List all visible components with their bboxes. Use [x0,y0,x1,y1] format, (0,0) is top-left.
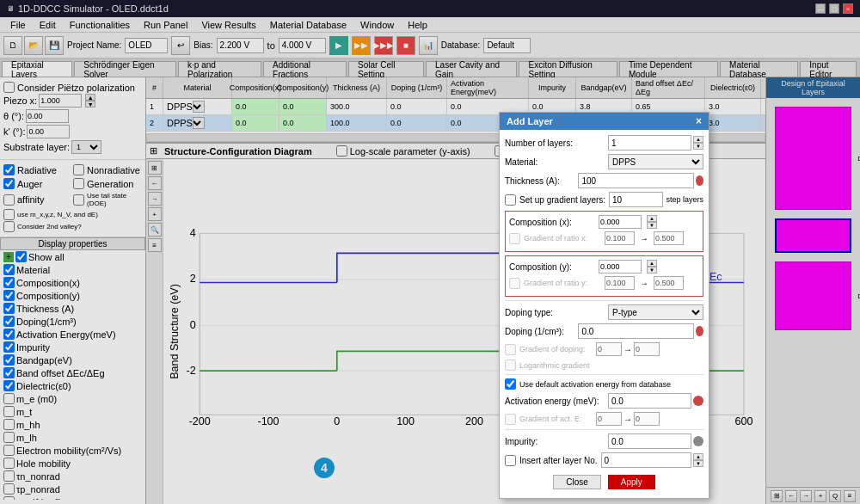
log-gradient-check[interactable] [505,360,516,371]
gradient-y-row: Gradient of ratio y: → [509,276,699,290]
num-layers-row: Number of layers: ▲ ▼ [505,135,703,151]
insert-after-down[interactable]: ▼ [693,460,703,467]
gradient-doping-from[interactable] [596,342,622,356]
gradient-layers-label: Set up gradient layers: [519,195,605,205]
material-row: Material: DPPS [505,154,703,169]
insert-after-input[interactable] [601,452,691,468]
compx-down[interactable]: ▼ [647,222,657,229]
gradient-doping-row: Gradient of doping: → [505,342,703,356]
gradient-layers-row: Set up gradient layers: step layers [505,192,703,207]
step-layers-label: step layers [666,195,703,204]
gradient-act-from[interactable] [596,412,622,426]
gradient-x-to[interactable] [654,231,684,245]
gradient-doping-to[interactable] [634,342,660,356]
doping-label: Doping (1/cm³): [505,327,578,336]
modal-title: Add Layer [507,116,553,126]
gradient-y-label: Gradient of ratio y: [524,279,601,287]
compx-up[interactable]: ▲ [647,215,657,222]
act-energy-input[interactable] [608,393,691,409]
log-gradient-row: Logarithmic gradient [505,360,703,371]
gradient-doping-label: Gradient of doping: [519,345,593,353]
modal-header: Add Layer × [500,113,709,130]
gradient-act-row: Gradient of act. E: → [505,412,703,426]
divider-2 [505,374,703,375]
gradient-x-arrow: → [640,234,648,243]
gradient-act-label: Gradient of act. E: [519,415,593,423]
compy-down[interactable]: ▼ [647,267,657,274]
use-default-row: Use default activation energy from datab… [505,378,703,390]
numlayers-up[interactable]: ▲ [693,136,703,143]
act-energy-row: Activation energy (meV): [505,393,703,409]
modal-footer: Close Apply [505,471,703,493]
gradient-steps-input[interactable] [609,192,663,207]
compy-label: Composition (y): [509,262,595,272]
impurity-input[interactable] [608,433,691,449]
doping-type-select[interactable]: P-type N-type Intrinsic [608,304,703,320]
modal-body: Number of layers: ▲ ▼ Material: DPPS Th [500,130,709,498]
apply-button[interactable]: Apply [608,475,655,489]
insert-after-check[interactable] [505,455,516,466]
gradient-doping-arrow: → [624,345,632,354]
num-layers-label: Number of layers: [505,138,608,148]
close-button[interactable]: Close [553,475,601,489]
doping-type-label: Doping type: [505,308,608,317]
gradient-act-arrow: → [624,415,632,424]
insert-after-row: Insert after layer No. ▲ ▼ [505,452,703,468]
compx-input[interactable] [599,215,642,229]
doping-type-row: Doping type: P-type N-type Intrinsic [505,304,703,320]
modal-overlay: Add Layer × Number of layers: ▲ ▼ Materi… [0,0,860,504]
compy-input[interactable] [599,260,642,274]
gradient-y-from[interactable] [605,276,635,290]
gradient-x-check[interactable] [509,233,520,244]
add-layer-modal: Add Layer × Number of layers: ▲ ▼ Materi… [499,112,710,499]
gradient-y-check[interactable] [509,278,520,289]
impurity-row: Impurity: [505,433,703,449]
gradient-x-row: Gradient of ratio x: → [509,231,699,245]
material-label: Material: [505,157,608,167]
composition-y-section: Composition (y): ▲ ▼ Gradient of ratio y… [505,255,703,297]
thickness-row: Thickness (A): [505,173,703,188]
use-default-label: Use default activation energy from datab… [519,380,671,389]
composition-x-section: Composition (x): ▲ ▼ Gradient of ratio x… [505,211,703,252]
impurity-label: Impurity: [505,437,608,446]
doping-row: Doping (1/cm³): [505,323,703,339]
compx-row: Composition (x): ▲ ▼ [509,215,699,229]
gradient-act-to[interactable] [634,412,660,426]
gradient-y-to[interactable] [654,276,684,290]
gradient-x-label: Gradient of ratio x: [524,234,601,243]
doping-indicator [696,326,703,336]
numlayers-down[interactable]: ▼ [693,143,703,150]
divider-1 [505,300,703,301]
compy-row: Composition (y): ▲ ▼ [509,260,699,274]
insert-after-label: Insert after layer No. [519,456,598,465]
modal-close-btn[interactable]: × [696,115,702,127]
gradient-doping-check[interactable] [505,344,516,355]
impurity-indicator [693,436,703,446]
compy-up[interactable]: ▲ [647,260,657,267]
act-energy-indicator [693,396,703,406]
material-select[interactable]: DPPS [608,154,703,169]
thickness-label: Thickness (A): [505,176,578,186]
gradient-act-check[interactable] [505,414,516,425]
thickness-indicator [696,175,703,186]
doping-input[interactable] [578,323,694,339]
thickness-input[interactable] [578,173,694,188]
gradient-y-arrow: → [640,279,648,288]
num-layers-input[interactable] [608,135,691,151]
act-energy-label: Activation energy (meV): [505,396,608,406]
use-default-check[interactable] [505,378,516,390]
log-gradient-label: Logarithmic gradient [519,361,590,370]
gradient-x-from[interactable] [605,231,635,245]
insert-after-up[interactable]: ▲ [693,453,703,460]
compx-label: Composition (x): [509,218,595,227]
divider-3 [505,429,703,430]
gradient-layers-check[interactable] [505,194,516,206]
